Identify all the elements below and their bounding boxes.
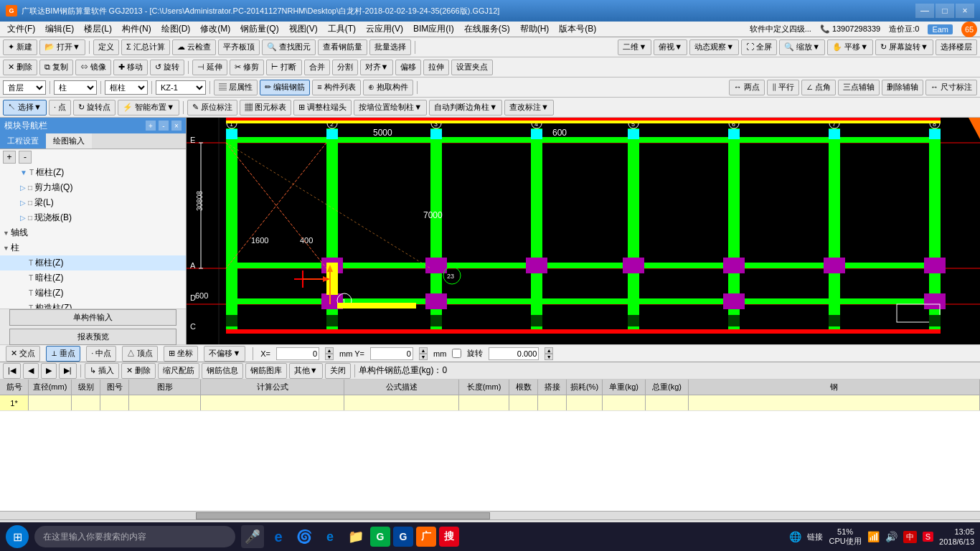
panel-add-btn[interactable]: + xyxy=(146,121,156,131)
rebar-scale-btn[interactable]: 缩尺配筋 xyxy=(158,363,199,379)
two-point-button[interactable]: ↔ 两点 xyxy=(729,80,765,95)
panel-minus-btn[interactable]: - xyxy=(159,121,169,131)
nav-item-ancol[interactable]: T 暗柱(Z) xyxy=(0,270,186,286)
nav-group-axis[interactable]: ▼ 轴线 xyxy=(0,225,186,240)
nav-item-beam[interactable]: ▷ □ 梁(L) xyxy=(0,195,186,210)
split-button[interactable]: 分割 xyxy=(332,60,358,75)
rotate-button[interactable]: ↺ 旋转 xyxy=(150,60,184,75)
select-floor-button[interactable]: 选择楼层 xyxy=(936,39,977,55)
align-button[interactable]: 对齐▼ xyxy=(360,60,394,75)
element-table-button[interactable]: ▦ 图元标表 xyxy=(240,100,291,116)
grip-button[interactable]: 设置夹点 xyxy=(451,60,493,75)
select-mode-button[interactable]: ↖ 选择▼ xyxy=(3,100,47,116)
cloud-check-button[interactable]: ☁ 云检查 xyxy=(172,39,216,55)
menu-rebar[interactable]: 钢筋量(Q) xyxy=(236,22,283,37)
menu-component[interactable]: 构件(N) xyxy=(118,22,156,37)
nav-group-column[interactable]: ▼ 柱 xyxy=(0,240,186,255)
system-time[interactable]: 13:05 2018/6/13 xyxy=(939,527,974,547)
batch-select-button[interactable]: 批量选择 xyxy=(369,39,411,55)
menu-bim[interactable]: BIM应用(I) xyxy=(409,22,458,37)
check-note-button[interactable]: 查改标注▼ xyxy=(504,100,554,116)
nav-item-endcol[interactable]: T 端柱(Z) xyxy=(0,286,186,301)
taskbar-app-browser2[interactable]: 🌀 xyxy=(293,525,316,548)
zoom-button[interactable]: 🔍 缩放▼ xyxy=(779,39,825,55)
close-button[interactable]: × xyxy=(956,4,974,18)
taskbar-app-blue[interactable]: G xyxy=(393,527,413,547)
copy-button[interactable]: ⧉ 复制 xyxy=(39,60,73,75)
scroll-thumb[interactable] xyxy=(196,512,490,519)
component-name-select[interactable]: KZ-1 xyxy=(156,80,206,95)
rotate-up-btn[interactable]: ▲ xyxy=(545,347,553,354)
component-subtype-select[interactable]: 框柱 xyxy=(105,80,148,95)
view-dynamic-button[interactable]: 动态观察▼ xyxy=(689,39,739,55)
taskbar-app-mic[interactable]: 🎤 xyxy=(241,525,264,548)
single-component-input-btn[interactable]: 单构件输入 xyxy=(9,309,176,326)
rebar-info-btn[interactable]: 钢筋信息 xyxy=(202,363,243,379)
define-button[interactable]: 定义 xyxy=(93,39,119,55)
view-top-button[interactable]: 俯视▼ xyxy=(654,39,687,55)
floor-select[interactable]: 首层 xyxy=(3,80,46,95)
rebar-next-btn[interactable]: ▶ xyxy=(41,363,57,379)
rebar-other-btn[interactable]: 其他▼ xyxy=(289,363,323,379)
y-input[interactable] xyxy=(370,347,413,360)
panel-close-btn[interactable]: × xyxy=(171,121,182,131)
menu-draw[interactable]: 绘图(D) xyxy=(157,22,195,37)
x-input[interactable] xyxy=(276,347,319,360)
draw-by-wall-button[interactable]: 按墙位置绘制柱▼ xyxy=(354,100,427,116)
table-row[interactable]: 1* xyxy=(0,395,980,411)
view-2d-button[interactable]: 二维▼ xyxy=(618,39,651,55)
taskbar-app-green[interactable]: G xyxy=(370,527,390,547)
rebar-lib-btn[interactable]: 钢筋图库 xyxy=(245,363,287,379)
tab-engineering-setup[interactable]: 工程设置 xyxy=(0,133,46,149)
fullscreen-button[interactable]: ⛶ 全屏 xyxy=(741,39,777,55)
three-point-aux-button[interactable]: 三点辅轴 xyxy=(838,80,880,95)
rebar-delete-btn[interactable]: ✕ 删除 xyxy=(121,363,156,379)
smart-place-button[interactable]: ⚡ 智能布置▼ xyxy=(118,100,179,116)
menu-online[interactable]: 在线服务(S) xyxy=(460,22,514,37)
report-preview-btn[interactable]: 报表预览 xyxy=(9,329,176,345)
nav-item-framecol[interactable]: ▼ T 框柱(Z) xyxy=(0,165,186,180)
start-button[interactable]: ⊞ xyxy=(6,525,29,548)
y-up-btn[interactable]: ▲ xyxy=(419,347,428,354)
layer-property-button[interactable]: ▤ 层属性 xyxy=(214,80,258,95)
nav-item-structcol[interactable]: T 构造柱(Z) xyxy=(0,301,186,309)
taskbar-app-ie[interactable]: e xyxy=(267,525,290,548)
nav-item-kz[interactable]: T 框柱(Z) xyxy=(0,255,186,270)
rebar-insert-btn[interactable]: ↳ 插入 xyxy=(85,363,119,379)
snap-intersection-btn[interactable]: ✕ 交点 xyxy=(6,346,40,362)
nav-plus-btn[interactable]: + xyxy=(3,151,16,164)
find-element-button[interactable]: 🔍 查找图元 xyxy=(262,39,316,55)
delete-button[interactable]: ✕ 删除 xyxy=(3,60,37,75)
rotate-checkbox[interactable] xyxy=(452,349,461,358)
rebar-prev-btn[interactable]: ◀ xyxy=(23,363,39,379)
rebar-first-btn[interactable]: |◀ xyxy=(3,363,21,379)
adjust-column-button[interactable]: ⊞ 调整柱端头 xyxy=(293,100,352,116)
menu-view[interactable]: 视图(V) xyxy=(285,22,322,37)
edit-rebar-button[interactable]: ✏ 编辑钢筋 xyxy=(260,80,310,95)
horizontal-scrollbar[interactable] xyxy=(0,511,980,519)
stretch-button[interactable]: 拉伸 xyxy=(423,60,449,75)
snap-perpendicular-btn[interactable]: ⊥ 垂点 xyxy=(46,346,80,362)
auto-corner-button[interactable]: 自动判断边角柱▼ xyxy=(429,100,502,116)
break-button[interactable]: ⊢ 打断 xyxy=(266,60,301,75)
menu-version[interactable]: 版本号(B) xyxy=(555,22,600,37)
rotate-down-btn[interactable]: ▼ xyxy=(545,354,553,360)
dimension-button[interactable]: ↔ 尺寸标注 xyxy=(925,80,977,95)
taskbar-app-sougou[interactable]: 搜 xyxy=(439,527,459,547)
view-rebar-button[interactable]: 查看钢筋量 xyxy=(318,39,367,55)
pan-button[interactable]: ✋ 平移▼ xyxy=(827,39,873,55)
extend-button[interactable]: ⊣ 延伸 xyxy=(192,60,227,75)
mirror-button[interactable]: ⇔ 镜像 xyxy=(75,60,111,75)
calc-button[interactable]: Σ 汇总计算 xyxy=(121,39,170,55)
taskbar-app-folder[interactable]: 📁 xyxy=(344,525,367,548)
maximize-button[interactable]: □ xyxy=(936,4,954,18)
open-button[interactable]: 📂 打开▼ xyxy=(39,39,85,55)
tab-drawing-input[interactable]: 绘图输入 xyxy=(46,133,92,149)
search-bar[interactable]: 在这里输入你要搜索的内容 xyxy=(34,526,235,547)
menu-tools[interactable]: 工具(T) xyxy=(324,22,360,37)
nav-minus-btn[interactable]: - xyxy=(19,151,32,164)
menu-help[interactable]: 帮助(H) xyxy=(516,22,554,37)
screen-rotate-button[interactable]: ↻ 屏幕旋转▼ xyxy=(875,39,933,55)
nav-item-slab[interactable]: ▷ □ 现浇板(B) xyxy=(0,210,186,225)
rotate-point-button[interactable]: ↻ 旋转点 xyxy=(73,100,116,116)
